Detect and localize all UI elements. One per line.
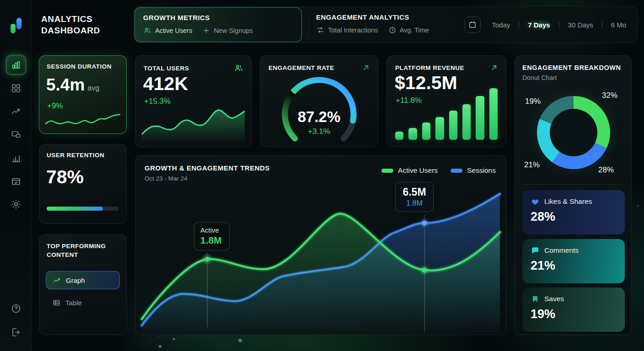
browser-check-icon: [11, 176, 21, 187]
arrow-up-right-icon: [361, 63, 370, 72]
growth-metrics-title: GROWTH METRICS: [143, 14, 210, 21]
logo-blue-bar: [16, 18, 21, 29]
sidebar-item-help[interactable]: [8, 301, 24, 316]
range-separator: [559, 21, 559, 28]
arrow-up-right-icon: [489, 63, 499, 72]
breakdown-title: ENGAGEMENT BREAKDOWN: [522, 64, 621, 71]
growth-metrics-section[interactable]: GROWTH METRICS Active Users New Signups: [134, 7, 302, 42]
growth-engagement-trends-card: GROWTH & ENGAGEMENT TRENDS Oct 23 - Mar …: [135, 155, 506, 335]
new-signups-label: New Signups: [214, 27, 252, 34]
date-range-cluster: Today 7 Days 30 Days 6 Mo: [464, 7, 630, 43]
active-callout-label: Active: [200, 226, 229, 234]
legend-swatch: [451, 169, 462, 173]
legend-sessions[interactable]: Sessions: [451, 166, 496, 175]
revenue-bar: [489, 88, 498, 140]
avg-time-label: Avg. Time: [400, 27, 429, 34]
platform-revenue-title: PLATFORM REVENUE: [395, 64, 464, 71]
calendar-button[interactable]: [464, 16, 481, 33]
new-signups-tab[interactable]: New Signups: [202, 27, 252, 35]
sidebar-item-reports[interactable]: [8, 150, 24, 166]
range-separator: [602, 21, 602, 28]
trends-line-chart: [135, 155, 507, 335]
session-sparkline: [45, 111, 121, 129]
platform-revenue-card: PLATFORM REVENUE $12.5M +11.8%: [386, 55, 506, 147]
trends-title: GROWTH & ENGAGEMENT TRENDS: [145, 164, 270, 172]
saves-stat-card: Saves 19%: [522, 287, 625, 332]
breakdown-divider: [522, 184, 625, 185]
engagement-breakdown-card: ENGAGEMENT BREAKDOWN Donut Chart 32% 19%…: [515, 55, 632, 335]
saves-label: Saves: [544, 295, 564, 303]
sidebar-item-trends[interactable]: [8, 104, 24, 119]
logo-green-bar: [11, 24, 16, 33]
revenue-bar: [422, 122, 430, 140]
swap-icon: [316, 26, 325, 34]
total-interactions-tab[interactable]: Total Interactions: [316, 26, 378, 34]
session-duration-title: SESSION DURATION: [47, 63, 112, 70]
analytics-icon: [11, 59, 21, 70]
trend-up-icon: [11, 106, 21, 117]
sidebar-item-settings[interactable]: [8, 197, 24, 212]
engagement-rate-value: 87.2%: [271, 108, 367, 126]
bar-chart-icon: [11, 153, 21, 164]
tooltip-primary-value: 6.5M: [396, 186, 433, 198]
table-view-label: Table: [65, 299, 82, 307]
graph-view-button[interactable]: Graph: [46, 271, 120, 289]
range-option-30days[interactable]: 30 Days: [564, 19, 597, 31]
sidebar-item-logout[interactable]: [8, 324, 24, 340]
session-duration-delta: +9%: [47, 101, 63, 111]
range-option-7days[interactable]: 7 Days: [524, 19, 553, 31]
session-duration-unit: avg: [87, 84, 99, 92]
devices-icon: [11, 129, 21, 140]
sidebar-item-devices[interactable]: [8, 127, 24, 143]
comments-stat-card: Comments 21%: [522, 239, 625, 283]
donut-label-21: 21%: [524, 160, 540, 170]
likes-shares-value: 28%: [531, 210, 625, 224]
donut-ring: [537, 96, 610, 169]
active-users-marker-2: [422, 268, 427, 273]
sidebar-item-analytics[interactable]: [6, 55, 26, 75]
table-view-button[interactable]: Table: [46, 296, 82, 309]
legend-swatch: [381, 169, 393, 173]
gear-icon: [11, 199, 21, 210]
retention-progress-fill: [47, 207, 103, 211]
users-icon: [143, 26, 152, 35]
revenue-bar: [435, 117, 444, 140]
header-panel: GROWTH METRICS Active Users New Signups …: [134, 6, 638, 43]
comments-label: Comments: [544, 246, 579, 255]
engagement-rate-delta: +3.1%: [271, 127, 367, 136]
range-option-today[interactable]: Today: [488, 19, 514, 31]
sidebar-item-dashboard[interactable]: [8, 80, 24, 96]
comment-icon: [531, 246, 540, 255]
legend-active-users[interactable]: Active Users: [381, 166, 438, 175]
donut-hole: [550, 109, 597, 156]
retention-progress-track: [47, 207, 119, 211]
users-icon: [234, 63, 244, 73]
page-title: ANALYTICS DASHBOARD: [41, 13, 135, 36]
total-users-area-chart: [142, 99, 245, 142]
chart-tooltip: 6.5M 1.8M: [395, 182, 434, 212]
graph-view-label: Graph: [66, 277, 85, 284]
revenue-bar: [408, 128, 417, 140]
tooltip-secondary-value: 1.8M: [396, 199, 433, 207]
active-users-tab[interactable]: Active Users: [143, 26, 192, 35]
bookmark-icon: [531, 294, 540, 303]
legend-sessions-label: Sessions: [467, 166, 496, 175]
breakdown-subtitle: Donut Chart: [522, 74, 557, 81]
total-users-value: 412K: [143, 73, 188, 95]
clock-icon: [388, 26, 397, 34]
active-users-marker: [205, 257, 210, 262]
sidebar-item-billing[interactable]: [8, 174, 24, 189]
engagement-rate-title: ENGAGEMENT RATE: [268, 64, 334, 71]
range-option-6mo[interactable]: 6 Mo: [607, 19, 630, 31]
total-users-title: TOTAL USERS: [144, 65, 189, 72]
revenue-bar: [449, 111, 457, 140]
revenue-bar: [462, 104, 471, 140]
range-options: Today 7 Days 30 Days 6 Mo: [488, 19, 630, 31]
plus-icon: [202, 27, 210, 35]
dashboard-grid-icon: [11, 83, 21, 94]
engagement-rate-card: ENGAGEMENT RATE 87.2% +3.1%: [260, 55, 378, 147]
range-separator: [519, 21, 519, 28]
header-divider: [308, 13, 309, 36]
logout-icon: [11, 327, 21, 338]
avg-time-tab[interactable]: Avg. Time: [388, 26, 429, 34]
